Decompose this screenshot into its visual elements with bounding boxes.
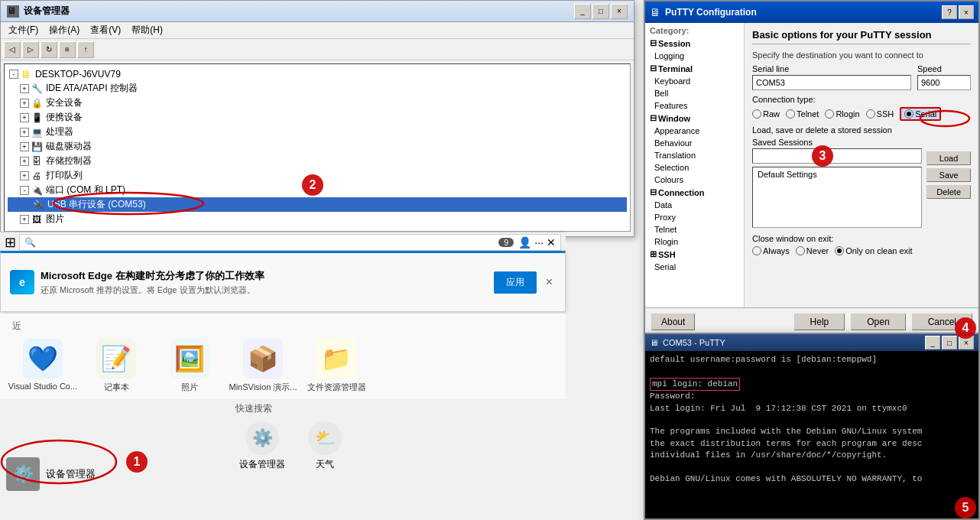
menu-action[interactable]: 操作(A)	[44, 22, 84, 38]
expand-icon[interactable]: -	[9, 70, 18, 79]
cat-translation[interactable]: Translation	[645, 149, 744, 161]
cat-session[interactable]: ⊟ Session	[645, 37, 744, 50]
cat-window[interactable]: ⊟ Window	[645, 112, 744, 125]
properties-button[interactable]: ≡	[59, 41, 76, 58]
sessions-listbox[interactable]: Default Settings	[752, 167, 922, 228]
tree-item-image[interactable]: + 🖼 图片	[8, 212, 627, 226]
session-name-input[interactable]	[752, 148, 922, 164]
tree-item-print[interactable]: + 🖨 打印队列	[8, 168, 627, 183]
qs-weather[interactable]: ⛅ 天气	[298, 421, 352, 471]
expand-icon-portable[interactable]: +	[20, 113, 29, 122]
edge-apply-button[interactable]: 应用	[494, 271, 537, 294]
cat-data[interactable]: Data	[645, 199, 744, 211]
radio-telnet[interactable]: Telnet	[786, 109, 819, 119]
radio-raw[interactable]: Raw	[752, 109, 780, 119]
tree-item-disk[interactable]: + 💾 磁盘驱动器	[8, 139, 627, 154]
cat-appearance[interactable]: Appearance	[645, 125, 744, 137]
app-item-notepad[interactable]: 📝 记事本	[86, 339, 147, 393]
person-icon[interactable]: 👤	[518, 236, 531, 249]
cat-features[interactable]: Features	[645, 99, 744, 112]
search-bar[interactable]: 🔍 9 👤 ··· ✕	[19, 234, 561, 251]
tree-item-security[interactable]: + 🔒 安全设备	[8, 96, 627, 110]
cat-proxy[interactable]: Proxy	[645, 211, 744, 223]
load-button[interactable]: Load	[926, 151, 971, 165]
speed-input[interactable]: 9600	[917, 75, 971, 90]
usb-serial-icon: 🔌	[32, 199, 44, 211]
menu-view[interactable]: 查看(V)	[86, 22, 125, 38]
search-input[interactable]	[36, 237, 498, 248]
putty-close-btn[interactable]: ×	[959, 5, 974, 19]
expand-icon-image[interactable]: +	[20, 215, 29, 224]
close-never[interactable]: Never	[796, 246, 829, 255]
radio-rlogin[interactable]: Rlogin	[825, 109, 859, 119]
cat-telnet[interactable]: Telnet	[645, 223, 744, 236]
windows-icon[interactable]: ⊞	[5, 234, 16, 251]
tree-item-ide[interactable]: + 🔧 IDE ATA/ATAPI 控制器	[8, 81, 627, 96]
menu-file[interactable]: 文件(F)	[4, 22, 43, 38]
qs-device-manager[interactable]: ⚙️ 设备管理器	[235, 421, 289, 471]
help-button[interactable]: Help	[794, 314, 845, 330]
menu-help[interactable]: 帮助(H)	[127, 22, 167, 38]
radio-ssh[interactable]: SSH	[866, 109, 894, 119]
minimize-button[interactable]: _	[574, 4, 591, 19]
serial-line-input[interactable]: COM53	[752, 75, 911, 90]
close-clean[interactable]: Only on clean exit	[835, 246, 912, 255]
delete-button[interactable]: Delete	[926, 185, 971, 199]
cat-keyboard[interactable]: Keyboard	[645, 75, 744, 87]
cat-connection[interactable]: ⊟ Connection	[645, 186, 744, 199]
cancel-button[interactable]: Cancel	[912, 314, 972, 330]
app-item-minsvision[interactable]: 📦 MinSVision 演示...	[232, 339, 294, 393]
terminal-close[interactable]: ×	[959, 336, 974, 349]
about-button[interactable]: About	[651, 314, 695, 330]
more-icon[interactable]: ···	[534, 236, 544, 249]
cat-ssh[interactable]: ⊞ SSH	[645, 248, 744, 261]
tree-item-com-ports[interactable]: - 🔌 端口 (COM 和 LPT)	[8, 183, 627, 197]
terminal-maximize[interactable]: □	[942, 336, 957, 349]
cat-terminal[interactable]: ⊟ Terminal	[645, 62, 744, 75]
app-item-vscode[interactable]: 💙 Visual Studio Co...	[12, 339, 73, 393]
close-search-icon[interactable]: ✕	[547, 236, 556, 249]
open-button[interactable]: Open	[851, 314, 905, 330]
app-item-explorer[interactable]: 📁 文件资源管理器	[306, 339, 367, 393]
taskbar-device-manager[interactable]: ⚙️ 设备管理器	[0, 444, 153, 505]
tree-item-storage[interactable]: + 🗄 存储控制器	[8, 154, 627, 168]
cat-rlogin[interactable]: Rlogin	[645, 236, 744, 248]
cat-colours[interactable]: Colours	[645, 174, 744, 186]
cat-logging[interactable]: Logging	[645, 50, 744, 62]
expand-icon-disk[interactable]: +	[20, 142, 29, 151]
forward-button[interactable]: ▷	[22, 41, 39, 58]
app-item-photos[interactable]: 🖼️ 照片	[159, 339, 220, 393]
cat-bell[interactable]: Bell	[645, 87, 744, 99]
refresh-button[interactable]: ↻	[41, 41, 57, 58]
default-settings-item[interactable]: Default Settings	[754, 169, 920, 180]
tree-item-processor[interactable]: + 💻 处理器	[8, 125, 627, 139]
cat-serial[interactable]: Serial	[645, 261, 744, 273]
expand-icon-processor[interactable]: +	[20, 128, 29, 137]
save-button[interactable]: Save	[926, 168, 971, 182]
terminal-minimize[interactable]: _	[925, 336, 940, 349]
radio-serial[interactable]: Serial	[900, 107, 941, 121]
putty-help-icon[interactable]: ?	[942, 5, 957, 19]
close-button[interactable]: ×	[611, 4, 628, 19]
speed-label: Speed	[917, 64, 971, 73]
expand-icon-security[interactable]: +	[20, 99, 29, 108]
tree-computer[interactable]: - 🖥 DESKTOP-J6VUV79	[8, 67, 627, 81]
expand-icon-print[interactable]: +	[20, 171, 29, 180]
putty-terminal-window[interactable]: 🖥 COM53 - PuTTY _ □ × default username:p…	[644, 333, 980, 520]
terminal-content[interactable]: default username:password is [debian:tem…	[645, 351, 978, 518]
cat-selection[interactable]: Selection	[645, 161, 744, 174]
edge-close-button[interactable]: ×	[543, 272, 556, 292]
back-button[interactable]: ◁	[4, 41, 21, 58]
close-always[interactable]: Always	[752, 246, 790, 255]
cat-behaviour[interactable]: Behaviour	[645, 137, 744, 149]
tree-item-portable[interactable]: + 📱 便携设备	[8, 110, 627, 125]
menubar: 文件(F) 操作(A) 查看(V) 帮助(H)	[1, 22, 634, 39]
update-driver-button[interactable]: ↑	[77, 41, 94, 58]
maximize-button[interactable]: □	[592, 4, 609, 19]
expand-icon-ide[interactable]: +	[20, 84, 29, 93]
expand-icon-com[interactable]: -	[20, 186, 29, 195]
tree-item-usb-serial[interactable]: 🔌 USB 串行设备 (COM53)	[8, 197, 627, 212]
device-tree[interactable]: - 🖥 DESKTOP-J6VUV79 + 🔧 IDE ATA/ATAPI 控制…	[4, 63, 631, 232]
radio-raw-circle	[752, 109, 761, 119]
expand-icon-storage[interactable]: +	[20, 157, 29, 166]
